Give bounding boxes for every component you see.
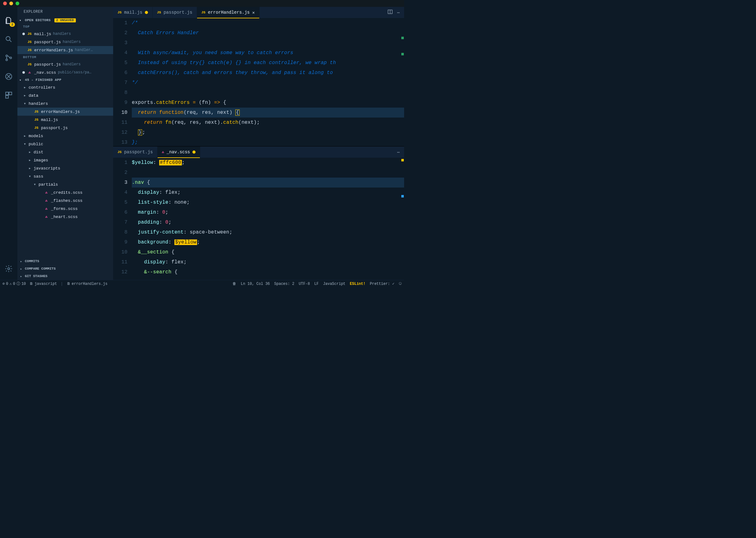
status-encoding[interactable]: UTF-8 [299,282,310,286]
code-line[interactable]: Instead of using try{} catch(e) {} in ea… [132,58,404,68]
folder-item[interactable]: ▸dist [18,148,113,156]
file-type-icon: ஃ [27,71,32,74]
status-problems[interactable]: ⊘0 ⚠0 ⓘ10 [3,281,26,287]
close-window-icon[interactable] [3,2,7,5]
code-line[interactable]: display: flex; [132,188,404,197]
file-item[interactable]: JSerrorHandlers.js [18,108,113,116]
file-type-icon: ஃ [43,207,49,211]
extensions-icon[interactable] [1,88,16,103]
explorer-icon[interactable]: 2 [1,13,16,28]
status-lncol[interactable]: Ln 10, Col 36 [241,282,270,286]
code-line[interactable]: With async/await, you need some way to c… [132,48,404,58]
minimap[interactable] [400,18,404,146]
code-line[interactable]: padding: 0; [132,217,404,227]
folder-item[interactable]: ▸data [18,91,113,99]
file-item[interactable]: ஃ_forms.scss [18,205,113,213]
chevron-down-icon: ▾ [33,182,37,187]
code-line[interactable] [132,168,404,178]
file-item[interactable]: JSpassport.js [18,124,113,132]
minimize-window-icon[interactable] [9,2,13,5]
code-line[interactable]: &--search { [132,267,404,277]
open-editor-item[interactable]: ஃ_nav.scsspublic/sass/pa… [18,69,113,77]
status-language[interactable]: JavaScript [323,282,345,286]
code-line[interactable]: Catch Errors Handler [132,28,404,38]
folder-item[interactable]: ▸models [18,132,113,140]
svg-rect-5 [6,92,8,95]
collapsed-panel-header[interactable]: ▸GIT STASHES [18,272,113,280]
folder-item[interactable]: ▾partials [18,180,113,188]
more-icon[interactable]: ⋯ [397,10,400,15]
settings-gear-icon[interactable] [1,261,16,276]
code-line[interactable]: */ [132,78,404,88]
folder-item[interactable]: ▾public [18,140,113,148]
window-controls [3,2,19,5]
feedback-icon[interactable]: ☺ [399,281,402,287]
chevron-right-icon: ▸ [23,134,27,138]
code-line[interactable]: justify-content: space-between; [132,227,404,237]
code-line[interactable]: catchErrors(), catch and errors they thr… [132,68,404,78]
workspace-header[interactable]: ▾ 45 - FINISHED APP [18,77,113,83]
code-line[interactable]: exports.catchErrors = (fn) => { [132,98,404,108]
status-file-1[interactable]: 🗎 javascript [29,282,57,286]
open-editor-item[interactable]: JSpassport.jshandlers [18,38,113,46]
code-line[interactable]: $yellow: #ffc600; [132,158,404,168]
code-line[interactable]: &__section { [132,247,404,257]
editor-tab[interactable]: JSmail.js [113,7,153,18]
folder-item[interactable]: ▸controllers [18,83,113,91]
editor-tab[interactable]: JSpassport.js [153,7,197,18]
status-prettier[interactable]: Prettier: ✓ [370,282,394,286]
code-line[interactable]: .nav { [132,178,404,188]
file-item[interactable]: ஃ_flashes.scss [18,196,113,205]
code-line[interactable] [132,38,404,48]
more-icon[interactable]: ⋯ [397,150,400,155]
source-control-icon[interactable] [1,50,16,65]
trash-icon[interactable]: 🗑 [232,282,236,286]
bottom-editor[interactable]: 123456789101112$yellow: #ffc600;.nav { d… [113,158,404,280]
code-line[interactable]: }; [132,128,404,137]
folder-item[interactable]: ▸javascripts [18,164,113,172]
editor-tab[interactable]: JSerrorHandlers.js✕ [197,7,260,18]
open-editors-panel: ▾ OPEN EDITORS 2 UNSAVED TOPJSmail.jshan… [18,17,113,77]
debug-icon[interactable] [1,69,16,84]
dirty-dot-icon [23,33,25,35]
file-item[interactable]: ஃ_heart.scss [18,213,113,221]
minimap[interactable] [400,158,404,280]
folder-item[interactable]: ▸images [18,156,113,164]
code-line[interactable]: return fn(req, res, next).catch(next); [132,118,404,128]
code-line[interactable]: margin: 0; [132,207,404,217]
split-editor-icon[interactable] [387,9,393,16]
open-editor-item[interactable]: JSmail.jshandlers [18,30,113,38]
maximize-window-icon[interactable] [16,2,19,5]
chevron-right-icon: ▸ [23,93,27,98]
folder-item[interactable]: ▾handlers [18,99,113,108]
code-line[interactable]: /* [132,18,404,28]
editor-tab[interactable]: JSpassport.js [113,146,158,158]
open-editor-item[interactable]: JSpassport.jshandlers [18,60,113,69]
collapsed-panel-header[interactable]: ▸COMPARE COMMITS [18,265,113,272]
code-line[interactable]: display: flex; [132,257,404,267]
status-eol[interactable]: LF [314,282,319,286]
code-line[interactable]: }; [132,137,404,146]
code-line[interactable]: background: $yellow; [132,237,404,247]
search-icon[interactable] [1,32,16,47]
code-line[interactable]: return function(req, res, next) { [132,108,404,118]
top-editor[interactable]: 12345678910111213/* Catch Errors Handler… [113,18,404,146]
status-file-2[interactable]: 🗎 errorHandlers.js [67,282,108,286]
tab-label: errorHandlers.js [208,10,250,15]
folder-name: sass [33,174,43,179]
collapsed-panel-header[interactable]: ▸COMMITS [18,257,113,265]
open-editor-item[interactable]: JSerrorHandlers.jshandler… [18,46,113,54]
code-line[interactable]: list-style: none; [132,197,404,207]
status-spaces[interactable]: Spaces: 2 [274,282,294,286]
close-icon[interactable]: ✕ [252,10,255,15]
status-eslint[interactable]: ESLint! [350,282,365,286]
folder-name: public [28,142,43,146]
file-type-icon: JS [157,11,161,14]
code-line[interactable] [132,88,404,98]
file-item[interactable]: JSmail.js [18,116,113,124]
file-path: handlers [63,62,81,67]
open-editors-header[interactable]: ▾ OPEN EDITORS 2 UNSAVED [18,17,113,24]
file-item[interactable]: ஃ_credits.scss [18,188,113,196]
editor-tab[interactable]: ஃ_nav.scss [158,146,200,158]
folder-item[interactable]: ▾sass [18,172,113,180]
